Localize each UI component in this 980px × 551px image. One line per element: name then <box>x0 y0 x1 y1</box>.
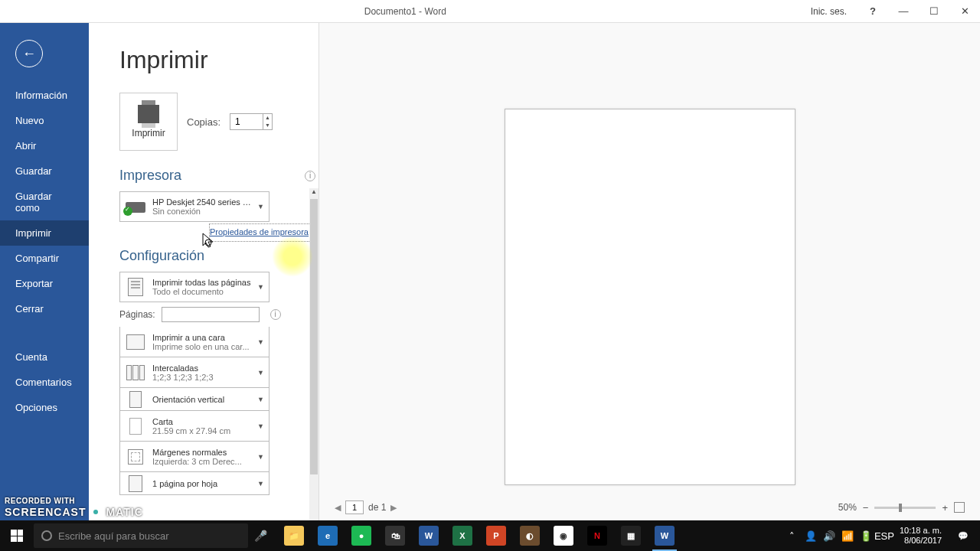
taskbar-app-generic1[interactable]: ◐ <box>514 520 545 551</box>
taskbar-app-word-active[interactable]: W <box>649 520 680 551</box>
document-title: Documento1 - Word <box>0 6 811 17</box>
chevron-down-icon: ▼ <box>257 338 264 346</box>
printer-info-icon[interactable]: i <box>305 171 315 181</box>
taskbar: Escribe aquí para buscar 🎤 📁 e ● 🛍 W X P… <box>0 520 980 551</box>
next-page-button[interactable]: ▶ <box>390 503 397 513</box>
taskbar-app-explorer[interactable]: 📁 <box>279 520 309 551</box>
copies-down[interactable]: ▼ <box>263 122 272 129</box>
chevron-down-icon: ▼ <box>257 283 264 291</box>
sidebar-item-cuenta[interactable]: Cuenta <box>0 344 89 370</box>
panel-scrollbar[interactable]: ▲ ▼ <box>309 188 318 540</box>
paper-icon <box>129 418 142 435</box>
maximize-button[interactable]: ☐ <box>922 1 946 22</box>
chevron-down-icon: ▼ <box>257 480 264 487</box>
sidebar-item-imprimir[interactable]: Imprimir <box>0 220 89 246</box>
zoom-out-button[interactable]: − <box>863 502 869 514</box>
zoom-slider[interactable] <box>874 507 936 509</box>
chevron-down-icon: ▼ <box>257 396 264 403</box>
chevron-down-icon: ▼ <box>257 369 264 377</box>
copies-value: 1 <box>230 116 263 127</box>
sidebar-item-comentarios[interactable]: Comentarios <box>0 370 89 395</box>
search-placeholder: Escribe aquí para buscar <box>58 530 169 542</box>
taskbar-app-spotify[interactable]: ● <box>346 520 377 551</box>
sidebar-item-abrir[interactable]: Abrir <box>0 133 89 158</box>
taskbar-app-chrome[interactable]: ◉ <box>548 520 579 551</box>
print-button[interactable]: Imprimir <box>119 93 178 151</box>
watermark: RECORDED WITH SCREENCASTMATIC <box>5 497 143 519</box>
sidebar-item-nuevo[interactable]: Nuevo <box>0 108 89 133</box>
sidebar-item-opciones[interactable]: Opciones <box>0 395 89 420</box>
copies-input[interactable]: 1 ▲ ▼ <box>230 113 273 130</box>
printer-dropdown[interactable]: HP Deskjet 2540 series (R... Sin conexió… <box>119 191 270 222</box>
margins-dropdown[interactable]: Márgenes normales Izquierda: 3 cm Derec.… <box>119 442 270 472</box>
scroll-thumb[interactable] <box>310 199 318 474</box>
sidebar-item-cerrar[interactable]: Cerrar <box>0 296 89 321</box>
search-icon <box>41 530 52 541</box>
sidebar-item-guardar[interactable]: Guardar <box>0 158 89 184</box>
tray-volume-icon[interactable]: 🔊 <box>822 520 837 551</box>
copies-label: Copias: <box>187 116 220 128</box>
taskbar-app-generic2[interactable]: ▦ <box>616 520 646 551</box>
copies-up[interactable]: ▲ <box>263 114 272 122</box>
minimize-button[interactable]: — <box>891 1 916 22</box>
start-button[interactable] <box>0 520 34 551</box>
pages-per-sheet-dropdown[interactable]: 1 página por hoja ▼ <box>119 472 270 495</box>
fit-page-button[interactable] <box>954 502 965 513</box>
tray-battery-icon[interactable]: 🔋 <box>858 520 874 551</box>
page-total-label: de 1 <box>368 502 386 513</box>
printer-status-icon <box>126 199 145 214</box>
scroll-up[interactable]: ▲ <box>310 188 318 197</box>
zoom-label: 50% <box>838 502 857 513</box>
printer-properties-link[interactable]: Propiedades de impresora <box>209 223 311 242</box>
sidebar-item-guardar-como[interactable]: Guardar como <box>0 184 89 220</box>
tray-chevron-up-icon[interactable]: ˄ <box>785 520 800 551</box>
back-button[interactable]: ← <box>15 40 43 67</box>
taskbar-app-excel[interactable]: X <box>447 520 478 551</box>
sides-dropdown[interactable]: Imprimir a una cara Imprime solo en una … <box>119 327 270 357</box>
help-button[interactable]: ? <box>861 1 885 22</box>
tray-wifi-icon[interactable]: 📶 <box>840 520 855 551</box>
chevron-down-icon: ▼ <box>257 422 264 430</box>
printer-icon <box>138 105 159 123</box>
sidebar-item-exportar[interactable]: Exportar <box>0 271 89 296</box>
pages-input[interactable] <box>162 307 260 322</box>
chevron-down-icon: ▼ <box>257 203 264 210</box>
margins-icon <box>128 449 143 465</box>
page-title: Imprimir <box>119 46 311 74</box>
collate-dropdown[interactable]: Intercaladas 1;2;3 1;2;3 1;2;3 ▼ <box>119 357 270 388</box>
taskbar-app-store[interactable]: 🛍 <box>380 520 410 551</box>
tray-notifications-icon[interactable]: 💬 <box>949 520 977 551</box>
collate-icon <box>126 365 145 380</box>
taskbar-search[interactable]: Escribe aquí para buscar <box>34 523 248 548</box>
zoom-in-button[interactable]: + <box>942 502 948 514</box>
signin-link[interactable]: Inic. ses. <box>811 6 847 17</box>
sidebar-item-información[interactable]: Información <box>0 83 89 108</box>
print-scope-dropdown[interactable]: Imprimir todas las páginas Todo el docum… <box>119 272 270 302</box>
print-panel: Imprimir Imprimir Copias: 1 ▲ ▼ <box>89 23 318 520</box>
document-icon <box>128 278 143 296</box>
preview-panel: ◀ de 1 ▶ 50% − + <box>318 23 980 520</box>
taskbar-app-word[interactable]: W <box>413 520 444 551</box>
sheet-icon <box>129 475 142 492</box>
tray-people-icon[interactable]: 👤 <box>803 520 818 551</box>
taskbar-app-netflix[interactable]: N <box>582 520 612 551</box>
pages-label: Páginas: <box>119 309 155 320</box>
orientation-dropdown[interactable]: Orientación vertical ▼ <box>119 388 270 411</box>
sidebar-item-compartir[interactable]: Compartir <box>0 246 89 271</box>
taskbar-app-edge[interactable]: e <box>312 520 343 551</box>
printer-section-title: Impresora <box>119 168 181 184</box>
prev-page-button[interactable]: ◀ <box>335 503 341 513</box>
tray-clock[interactable]: 10:18 a. m. 8/06/2017 <box>895 526 946 546</box>
chevron-down-icon: ▼ <box>257 453 264 461</box>
printer-status: Sin conexión <box>152 207 251 216</box>
cortana-mic-icon[interactable]: 🎤 <box>248 520 273 551</box>
paper-dropdown[interactable]: Carta 21.59 cm x 27.94 cm ▼ <box>119 411 270 442</box>
sidebar: ← InformaciónNuevoAbrirGuardarGuardar co… <box>0 23 89 520</box>
page-number-input[interactable] <box>345 500 364 514</box>
pages-info-icon[interactable]: i <box>270 309 281 320</box>
taskbar-app-powerpoint[interactable]: P <box>481 520 511 551</box>
config-section-title: Configuración <box>119 248 311 264</box>
tray-lang[interactable]: ESP <box>877 520 892 551</box>
preview-page <box>505 109 795 485</box>
close-button[interactable]: ✕ <box>952 1 977 22</box>
